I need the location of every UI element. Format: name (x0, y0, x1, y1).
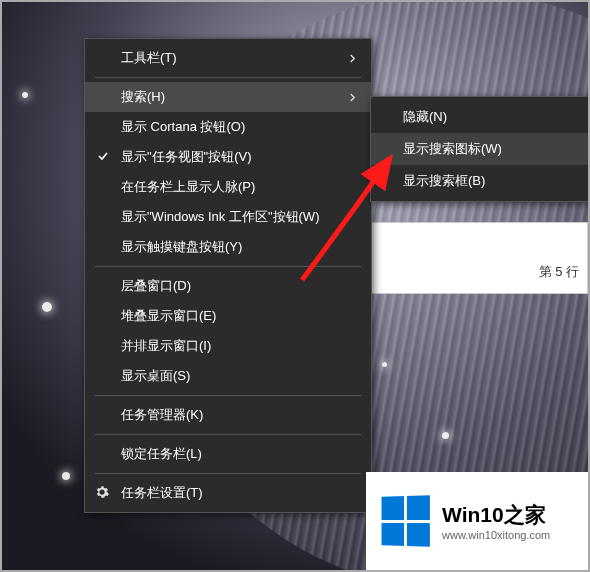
submenu-item-label: 隐藏(N) (403, 108, 447, 126)
brand-title: Win10之家 (442, 501, 550, 529)
menu-separator (95, 395, 361, 396)
menu-item[interactable]: 并排显示窗口(I) (85, 331, 371, 361)
menu-item[interactable]: 任务栏设置(T) (85, 478, 371, 508)
chevron-right-icon (348, 90, 357, 105)
chevron-right-icon (348, 51, 357, 66)
menu-item-label: 任务管理器(K) (121, 406, 203, 424)
menu-item-label: 工具栏(T) (121, 49, 177, 67)
submenu-item[interactable]: 隐藏(N) (371, 101, 590, 133)
menu-item[interactable]: 堆叠显示窗口(E) (85, 301, 371, 331)
menu-item[interactable]: 搜索(H) (85, 82, 371, 112)
menu-separator (95, 266, 361, 267)
menu-item-label: 锁定任务栏(L) (121, 445, 202, 463)
menu-separator (95, 77, 361, 78)
menu-separator (95, 473, 361, 474)
check-icon (97, 150, 109, 165)
menu-item[interactable]: 层叠窗口(D) (85, 271, 371, 301)
menu-item[interactable]: 在任务栏上显示人脉(P) (85, 172, 371, 202)
menu-item[interactable]: 任务管理器(K) (85, 400, 371, 430)
menu-item-label: 显示桌面(S) (121, 367, 190, 385)
search-submenu: 隐藏(N)显示搜索图标(W)显示搜索框(B) (370, 96, 590, 202)
taskbar-context-menu: 工具栏(T)搜索(H)显示 Cortana 按钮(O)显示"任务视图"按钮(V)… (84, 38, 372, 513)
menu-item-label: 堆叠显示窗口(E) (121, 307, 216, 325)
menu-item[interactable]: 显示"任务视图"按钮(V) (85, 142, 371, 172)
menu-item[interactable]: 显示触摸键盘按钮(Y) (85, 232, 371, 262)
brand-url: www.win10xitong.com (442, 529, 550, 541)
submenu-item-label: 显示搜索图标(W) (403, 140, 502, 158)
windows-logo-icon (382, 495, 430, 547)
menu-item-label: 任务栏设置(T) (121, 484, 203, 502)
menu-item[interactable]: 显示"Windows Ink 工作区"按钮(W) (85, 202, 371, 232)
submenu-item[interactable]: 显示搜索框(B) (371, 165, 590, 197)
menu-item-label: 搜索(H) (121, 88, 165, 106)
watermark-text: Win10之家 www.win10xitong.com (442, 501, 550, 541)
menu-item-label: 显示"任务视图"按钮(V) (121, 148, 252, 166)
menu-item[interactable]: 锁定任务栏(L) (85, 439, 371, 469)
menu-item-label: 显示"Windows Ink 工作区"按钮(W) (121, 208, 319, 226)
menu-item-label: 显示 Cortana 按钮(O) (121, 118, 245, 136)
row-indicator: 第 5 行 (539, 263, 579, 281)
menu-item-label: 显示触摸键盘按钮(Y) (121, 238, 242, 256)
menu-item-label: 在任务栏上显示人脉(P) (121, 178, 255, 196)
gear-icon (95, 485, 109, 502)
submenu-item[interactable]: 显示搜索图标(W) (371, 133, 590, 165)
menu-item-label: 层叠窗口(D) (121, 277, 191, 295)
screenshot-viewport: 第 5 行 工具栏(T)搜索(H)显示 Cortana 按钮(O)显示"任务视图… (0, 0, 590, 572)
menu-item[interactable]: 工具栏(T) (85, 43, 371, 73)
menu-item-label: 并排显示窗口(I) (121, 337, 211, 355)
editor-panel: 第 5 行 (370, 222, 588, 294)
menu-item[interactable]: 显示 Cortana 按钮(O) (85, 112, 371, 142)
menu-item[interactable]: 显示桌面(S) (85, 361, 371, 391)
menu-separator (95, 434, 361, 435)
watermark-card: Win10之家 www.win10xitong.com (366, 472, 588, 570)
submenu-item-label: 显示搜索框(B) (403, 172, 485, 190)
